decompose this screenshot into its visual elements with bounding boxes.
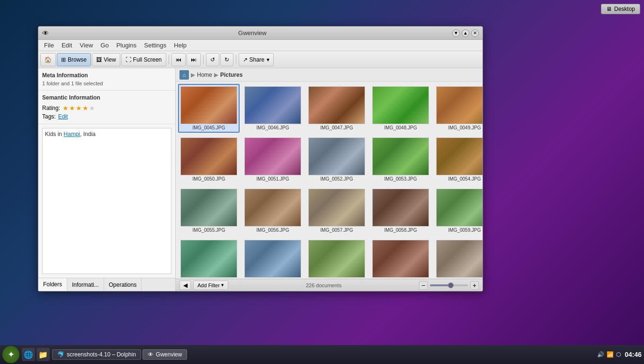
- zoom-slider[interactable]: [430, 284, 468, 286]
- redo-button[interactable]: ↻: [220, 53, 233, 66]
- image-label-5: IMG_0050.JPG: [193, 176, 225, 182]
- bluetooth-icon[interactable]: ⬡: [616, 351, 621, 358]
- star-2[interactable]: ★: [69, 104, 75, 112]
- image-cell-0[interactable]: IMG_0045.JPG: [178, 84, 240, 133]
- minimize-button[interactable]: ▼: [452, 29, 460, 37]
- home-button[interactable]: 🏠: [40, 53, 56, 66]
- tab-folders[interactable]: Folders: [38, 278, 67, 291]
- image-cell-4[interactable]: IMG_0049.JPG: [434, 84, 483, 133]
- start-button[interactable]: ✦: [2, 346, 19, 363]
- desktop-icon: 🖥: [606, 6, 612, 12]
- menu-view[interactable]: View: [76, 41, 97, 50]
- taskbar-gwenview-window[interactable]: 👁 Gwenview: [143, 349, 187, 360]
- image-cell-17[interactable]: IMG_0062.JPG: [306, 237, 367, 279]
- add-filter-label: Add Filter: [197, 282, 220, 288]
- toolbar-separator-2: [203, 55, 204, 64]
- zoom-in-button[interactable]: +: [470, 281, 479, 290]
- rating-stars[interactable]: ★ ★ ★ ★ ★: [63, 104, 95, 112]
- taskbar-clock[interactable]: 04:46: [625, 351, 642, 358]
- image-cell-11[interactable]: IMG_0056.JPG: [242, 186, 304, 235]
- audio-icon[interactable]: 🔊: [597, 351, 604, 358]
- image-cell-19[interactable]: IMG_0064.JPG: [434, 237, 483, 279]
- image-label-3: IMG_0048.JPG: [385, 125, 417, 130]
- star-4[interactable]: ★: [82, 104, 89, 112]
- tab-information[interactable]: Informati...: [67, 278, 104, 291]
- image-thumbnail-17: [308, 240, 365, 278]
- menu-plugins[interactable]: Plugins: [113, 41, 141, 50]
- image-thumbnail-18: [372, 240, 429, 278]
- breadcrumb-home[interactable]: Home: [197, 72, 212, 78]
- taskbar-app-1[interactable]: 🌐: [22, 348, 35, 361]
- tags-label: Tags:: [42, 113, 56, 120]
- view-button[interactable]: 🖼 View: [92, 53, 120, 66]
- fullscreen-button[interactable]: ⛶ Full Screen: [121, 53, 166, 66]
- star-5[interactable]: ★: [89, 104, 95, 112]
- image-cell-6[interactable]: IMG_0051.JPG: [242, 135, 304, 184]
- taskbar-dolphin-window[interactable]: 🐬 screenshots-4.10 – Dolphin: [52, 349, 141, 360]
- tab-operations[interactable]: Operations: [104, 278, 142, 291]
- taskbar-apps: 🌐 📁: [22, 348, 50, 361]
- network-icon[interactable]: 📶: [607, 351, 614, 358]
- menu-edit[interactable]: Edit: [58, 41, 76, 50]
- image-cell-12[interactable]: IMG_0057.JPG: [306, 186, 367, 235]
- taskbar-system-icons: 🔊 📶 ⬡: [597, 351, 621, 358]
- filter-dropdown-icon: ▾: [221, 282, 224, 288]
- back-button[interactable]: ⏮: [171, 53, 186, 66]
- breadcrumb-sep-1: ▶: [191, 72, 195, 78]
- breadcrumb-pictures[interactable]: Pictures: [220, 72, 242, 78]
- toolbar-separator-1: [169, 55, 169, 64]
- menu-help[interactable]: Help: [170, 41, 190, 50]
- undo-button[interactable]: ↺: [206, 53, 219, 66]
- image-label-7: IMG_0052.JPG: [321, 176, 353, 182]
- image-cell-14[interactable]: IMG_0059.JPG: [434, 186, 483, 235]
- image-cell-15[interactable]: IMG_0060.JPG: [178, 237, 240, 279]
- image-thumbnail-5: [180, 137, 237, 175]
- image-cell-7[interactable]: IMG_0052.JPG: [306, 135, 367, 184]
- zoom-out-button[interactable]: −: [419, 281, 428, 290]
- filter-arrow-button[interactable]: ◀: [179, 281, 191, 290]
- tags-row: Tags: Edit: [42, 113, 171, 120]
- image-cell-5[interactable]: IMG_0050.JPG: [178, 135, 240, 184]
- image-thumbnail-6: [244, 137, 301, 175]
- image-cell-8[interactable]: IMG_0053.JPG: [370, 135, 431, 184]
- hampi-link[interactable]: Hampi: [63, 131, 80, 137]
- image-cell-1[interactable]: IMG_0046.JPG: [242, 84, 304, 133]
- tags-edit-link[interactable]: Edit: [58, 113, 68, 120]
- close-button[interactable]: ✕: [471, 29, 479, 37]
- image-cell-2[interactable]: IMG_0047.JPG: [306, 84, 367, 133]
- image-thumbnail-8: [372, 137, 429, 175]
- image-cell-18[interactable]: IMG_0063.JPG: [370, 237, 431, 279]
- fullscreen-icon: ⛶: [125, 56, 131, 63]
- image-thumbnail-12: [308, 189, 365, 227]
- image-grid: IMG_0045.JPGIMG_0046.JPGIMG_0047.JPGIMG_…: [176, 82, 483, 279]
- breadcrumb: ⌂ ▶ Home ▶ Pictures: [176, 68, 483, 82]
- redo-icon: ↻: [224, 56, 229, 63]
- image-label-10: IMG_0055.JPG: [193, 228, 225, 233]
- image-thumbnail-0: [180, 86, 237, 124]
- notes-area[interactable]: Kids in Hampi, India: [42, 128, 171, 274]
- image-cell-16[interactable]: IMG_0061.JPG: [242, 237, 304, 279]
- zoom-control: − +: [419, 281, 479, 290]
- menu-go[interactable]: Go: [97, 41, 112, 50]
- zoom-thumb[interactable]: [448, 282, 454, 288]
- breadcrumb-sep-2: ▶: [214, 72, 218, 78]
- image-cell-3[interactable]: IMG_0048.JPG: [370, 84, 431, 133]
- taskbar-app-2[interactable]: 📁: [36, 348, 50, 361]
- back-icon: ⏮: [176, 56, 181, 63]
- share-button[interactable]: ↗ Share ▾: [239, 53, 274, 66]
- browse-button[interactable]: ⊞ Browse: [57, 53, 91, 66]
- menu-settings[interactable]: Settings: [140, 41, 170, 50]
- image-grid-container: ⌂ ▶ Home ▶ Pictures IMG_0045.JPGIMG_0046…: [176, 68, 483, 291]
- maximize-button[interactable]: ▲: [462, 29, 469, 37]
- image-cell-9[interactable]: IMG_0054.JPG: [434, 135, 483, 184]
- image-cell-13[interactable]: IMG_0058.JPG: [370, 186, 431, 235]
- desktop-button[interactable]: 🖥 Desktop: [601, 4, 640, 14]
- image-label-12: IMG_0057.JPG: [321, 228, 353, 233]
- add-filter-button[interactable]: Add Filter ▾: [193, 281, 228, 290]
- image-cell-10[interactable]: IMG_0055.JPG: [178, 186, 240, 235]
- forward-button[interactable]: ⏭: [187, 53, 201, 66]
- image-thumbnail-15: [180, 240, 237, 278]
- star-3[interactable]: ★: [76, 104, 82, 112]
- menu-file[interactable]: File: [40, 41, 58, 50]
- star-1[interactable]: ★: [63, 104, 69, 112]
